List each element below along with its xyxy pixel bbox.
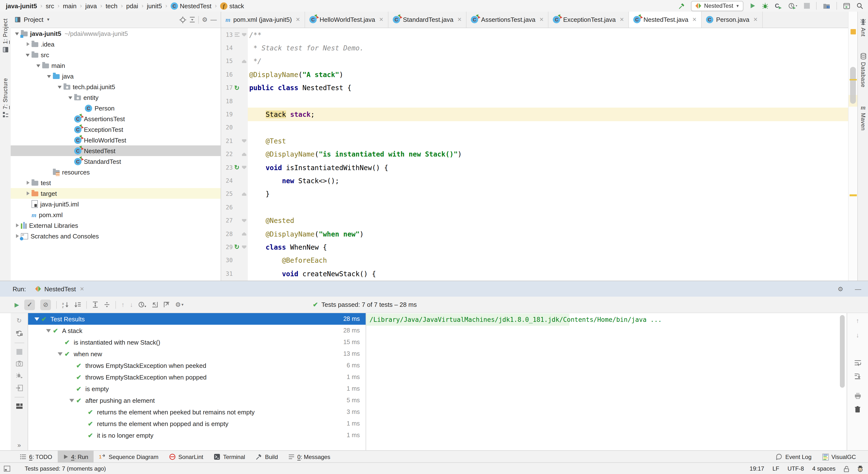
code-line[interactable]: 30 @BeforeEach — [221, 254, 848, 267]
tree-item[interactable]: External Libraries — [11, 220, 221, 231]
close-icon[interactable]: ✕ — [620, 17, 624, 23]
test-history-icon[interactable] — [138, 301, 147, 308]
stripe-button-database[interactable]: Database — [860, 53, 866, 88]
collapsed-arrow-icon[interactable] — [24, 179, 32, 186]
test-result-row[interactable]: ✔after pushing an element5 ms — [28, 394, 366, 406]
toolwindow-button-run[interactable]: 4: Run — [58, 451, 94, 463]
code-line[interactable]: 31 void createNewStack() { — [221, 267, 848, 280]
test-result-row[interactable]: ✔throws EmptyStackException when peeked6… — [28, 359, 366, 371]
open-results-icon[interactable] — [16, 385, 23, 391]
close-icon[interactable]: ✕ — [692, 17, 696, 23]
editor-tab[interactable]: CPerson.java✕ — [702, 12, 763, 28]
tree-item[interactable]: test — [11, 178, 221, 188]
tree-item[interactable]: CAssertionsTest — [11, 114, 221, 124]
debug-button[interactable] — [762, 2, 769, 9]
show-passed-toggle[interactable]: ✓ — [24, 299, 35, 310]
code-line[interactable]: 28 @DisplayName("when new") — [221, 227, 848, 241]
code-line[interactable]: 26 — [221, 201, 848, 214]
code-line[interactable]: 24 new Stack<>(); — [221, 174, 848, 188]
tree-item[interactable]: java — [11, 71, 221, 82]
editor-tab[interactable]: mpom.xml (java-junit5)✕ — [221, 12, 305, 28]
import-results-icon[interactable] — [152, 302, 158, 308]
tree-item[interactable]: Scratches and Consoles — [11, 231, 221, 241]
tree-item[interactable]: CPerson — [11, 103, 221, 114]
clear-all-icon[interactable] — [855, 406, 860, 412]
close-icon[interactable]: ✕ — [379, 17, 383, 23]
tree-item[interactable]: target — [11, 188, 221, 199]
indent-config[interactable]: 4 spaces — [812, 465, 836, 472]
code-line[interactable]: 15 */ — [221, 55, 848, 68]
search-everywhere-icon[interactable] — [856, 2, 863, 9]
expanded-arrow-icon[interactable] — [13, 30, 21, 37]
expanded-arrow-icon[interactable] — [24, 51, 32, 58]
test-result-row[interactable]: ✔Test Results28 ms — [28, 313, 366, 325]
restore-layout-icon[interactable] — [16, 403, 23, 409]
fold-marker-icon[interactable] — [242, 166, 246, 169]
test-result-row[interactable]: ✔is empty1 ms — [28, 383, 366, 394]
encoding[interactable]: UTF-8 — [787, 465, 804, 472]
stripe-button-ant[interactable]: Ant — [860, 19, 867, 37]
chevron-down-icon[interactable]: ▼ — [46, 18, 50, 22]
inspection-profile-icon[interactable] — [857, 466, 863, 472]
test-result-row[interactable]: ✔throws EmptyStackException when popped1… — [28, 371, 366, 383]
debug-skip-icon[interactable] — [16, 372, 23, 379]
editor-tab[interactable]: CAssertionsTest.java✕ — [466, 12, 549, 28]
line-separator[interactable]: LF — [772, 465, 779, 472]
warning-stripe-mark[interactable] — [849, 79, 857, 81]
console-scrollbar[interactable] — [840, 315, 845, 388]
tree-item[interactable]: resources — [11, 167, 221, 178]
sort-alphabetically-icon[interactable]: az — [62, 301, 69, 308]
run-console[interactable]: /Library/Java/JavaVirtualMachines/jdk1.8… — [366, 313, 847, 451]
tree-item[interactable]: entity — [11, 92, 221, 103]
gear-icon[interactable]: ⚙▼ — [175, 301, 184, 308]
code-line[interactable]: 16@DisplayName("A stack") — [221, 68, 848, 81]
gear-icon[interactable]: ⚙ — [202, 16, 208, 23]
rerun-failed-icon[interactable]: ↻ — [17, 317, 22, 324]
breadcrumb-item[interactable]: java-junit5 — [6, 2, 37, 9]
expand-all-icon[interactable] — [92, 302, 98, 308]
tree-item[interactable]: CHelloWorldTest — [11, 135, 221, 146]
expanded-arrow-icon[interactable] — [35, 62, 42, 69]
tree-item[interactable]: CStandardTest — [11, 156, 221, 167]
fold-marker-icon[interactable] — [242, 246, 246, 249]
locate-file-icon[interactable] — [180, 16, 186, 23]
soft-wrap-icon[interactable] — [854, 359, 861, 366]
tree-item[interactable]: java-junit5.iml — [11, 199, 221, 209]
toolwindow-button-visualgc[interactable]: VisualGC — [817, 451, 861, 463]
collapse-all-icon[interactable] — [104, 302, 110, 308]
run-test-gutter-icon[interactable]: ↻ — [234, 164, 240, 170]
toolwindow-button-messages[interactable]: 0: Messages — [283, 451, 336, 463]
expanded-arrow-icon[interactable] — [56, 83, 64, 90]
toolwindow-button-eventlog[interactable]: Event Log — [771, 451, 817, 463]
code-line[interactable]: 14 * Stack test for Nest Demo. — [221, 41, 848, 55]
close-icon[interactable]: ✕ — [753, 17, 758, 23]
gear-icon[interactable]: ⚙ — [838, 285, 843, 292]
project-panel-title[interactable]: Project — [24, 16, 43, 23]
test-result-row[interactable]: ✔returns the element when popped and is … — [28, 418, 366, 430]
collapse-all-icon[interactable] — [189, 17, 196, 23]
breadcrumb-item[interactable]: src — [46, 2, 54, 9]
breadcrumb-item[interactable]: main — [63, 2, 76, 9]
code-line[interactable]: 23↻ void isInstantiatedWithNew() { — [221, 161, 848, 174]
editor-tab[interactable]: CExceptionTest.java✕ — [549, 12, 629, 28]
close-icon[interactable]: ✕ — [457, 17, 462, 23]
show-ignored-toggle[interactable]: ⊘ — [40, 299, 51, 310]
editor-tab[interactable]: CStandardTest.java✕ — [389, 12, 467, 28]
code-line[interactable]: 13/** — [221, 28, 848, 41]
code-line[interactable]: 21 @Test — [221, 134, 848, 148]
rerun-button[interactable]: ▶ — [14, 301, 19, 308]
test-result-row[interactable]: ✔is instantiated with new Stack()15 ms — [28, 336, 366, 348]
breadcrumb-item[interactable]: CNestedTest — [171, 2, 211, 9]
run-dashboard-icon[interactable] — [843, 3, 850, 9]
code-line[interactable]: 20 — [221, 121, 848, 134]
code-line[interactable]: 29↻ class WhenNew { — [221, 241, 848, 254]
editor-scrollbar[interactable] — [850, 67, 856, 104]
run-config-selector[interactable]: NestedTest ▼ — [691, 1, 743, 11]
breadcrumb-item[interactable]: fstack — [220, 2, 244, 9]
sort-by-duration-icon[interactable] — [74, 301, 81, 308]
unlock-icon[interactable] — [844, 466, 849, 472]
fold-marker-icon[interactable] — [242, 219, 246, 222]
toolwindow-toggle-icon[interactable] — [4, 466, 10, 472]
expanded-arrow-icon[interactable] — [67, 94, 74, 101]
fold-marker-icon[interactable] — [242, 139, 246, 143]
